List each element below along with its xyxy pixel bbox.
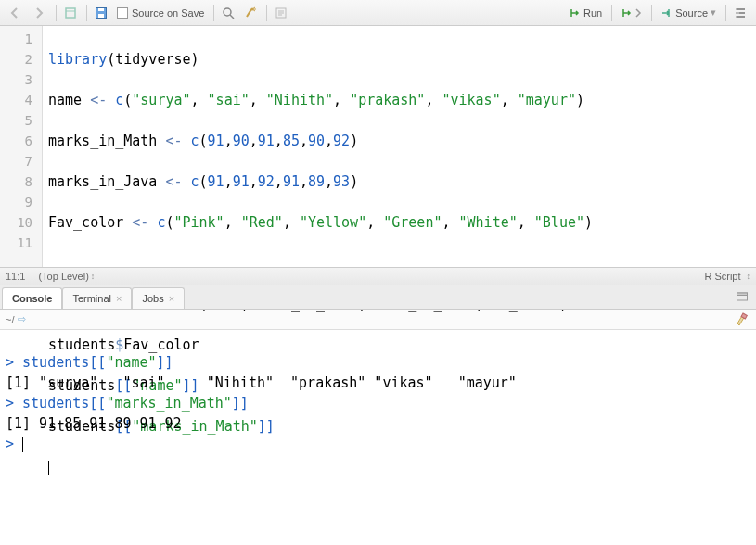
line-number: 7: [0, 151, 32, 171]
svg-rect-3: [98, 8, 104, 11]
console-line: [1] 91 85 91 89 91 92: [6, 415, 182, 432]
scope-updown-icon[interactable]: ↕: [91, 272, 96, 281]
line-number: 11: [0, 233, 32, 253]
source-on-save-label: Source on Save: [132, 7, 204, 19]
line-number: 2: [0, 49, 32, 70]
tab-jobs[interactable]: Jobs×: [132, 287, 185, 309]
editor-toolbar: Source on Save Run Source ▾: [0, 0, 756, 26]
forward-icon[interactable]: [28, 4, 50, 22]
line-number: 8: [0, 171, 32, 192]
source-button[interactable]: Source ▾: [656, 5, 720, 21]
scope-indicator[interactable]: (Top Level): [38, 271, 88, 282]
clear-console-icon[interactable]: [736, 311, 750, 328]
run-button[interactable]: Run: [564, 5, 606, 21]
rerun-icon[interactable]: [616, 5, 646, 21]
code-tools-icon[interactable]: [240, 5, 261, 21]
console-cursor: [22, 437, 23, 452]
tab-console[interactable]: Console: [2, 287, 62, 309]
console-line: [1] "surya" "sai" "Nihith" "prakash" "vi…: [6, 374, 533, 391]
close-icon[interactable]: ×: [116, 293, 122, 304]
line-number-gutter: 1 2 3 4 5 6 7 8 9 10 11: [0, 26, 43, 267]
cursor-position: 11:1: [6, 271, 25, 282]
line-number: 10: [0, 212, 32, 233]
line-number: 4: [0, 90, 32, 110]
line-number: 9: [0, 192, 32, 212]
language-updown-icon[interactable]: ↕: [747, 272, 751, 281]
editor-cursor: [48, 461, 49, 475]
pane-window-icon[interactable]: [736, 290, 749, 305]
svg-point-4: [224, 8, 231, 16]
line-number: 5: [0, 110, 32, 131]
line-number: 3: [0, 70, 32, 90]
find-icon[interactable]: [218, 5, 238, 21]
source-on-save-checkbox[interactable]: Source on Save: [113, 6, 208, 20]
svg-rect-0: [66, 8, 75, 18]
console-path: ~/: [6, 314, 14, 325]
compile-report-icon[interactable]: [271, 5, 291, 21]
close-icon[interactable]: ×: [169, 293, 174, 304]
code-area[interactable]: library(tidyverse) name <- c("surya", "s…: [43, 26, 756, 267]
back-icon[interactable]: [4, 4, 26, 22]
show-in-new-window-icon[interactable]: [60, 5, 81, 21]
line-number: 6: [0, 131, 32, 151]
lower-pane-tabs: Console Terminal× Jobs×: [0, 285, 756, 310]
svg-rect-2: [98, 14, 104, 18]
svg-rect-8: [737, 293, 748, 296]
save-icon[interactable]: [91, 5, 111, 21]
console-path-expand-icon[interactable]: ⇨: [18, 313, 26, 325]
tab-terminal[interactable]: Terminal×: [62, 287, 132, 309]
outline-icon[interactable]: [730, 5, 750, 21]
line-number: 1: [0, 29, 32, 49]
language-indicator[interactable]: R Script: [704, 271, 740, 282]
code-editor[interactable]: 1 2 3 4 5 6 7 8 9 10 11 library(tidyvers…: [0, 26, 756, 267]
